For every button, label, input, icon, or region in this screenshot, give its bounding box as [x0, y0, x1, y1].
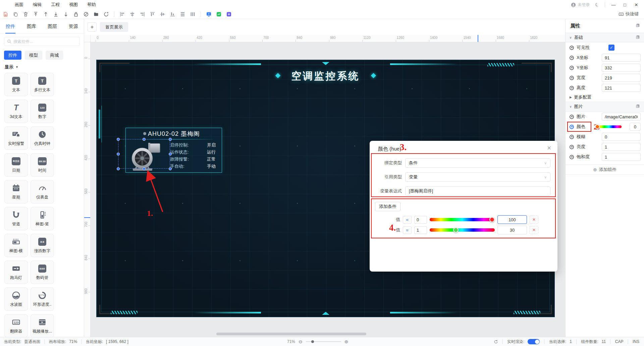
page-tab-home[interactable]: 首页展示	[100, 22, 128, 32]
width-input[interactable]	[602, 74, 641, 82]
selection-handle[interactable]	[169, 153, 172, 156]
align-right-icon[interactable]	[140, 11, 145, 17]
panel-collapse-icon[interactable]	[635, 35, 640, 41]
duplicate-icon[interactable]	[13, 11, 18, 17]
section-basic[interactable]: ∨ 基础	[566, 33, 644, 43]
component-翻牌器[interactable]: 123翻牌器	[4, 314, 28, 337]
component-日期[interactable]: 年月日日期	[4, 153, 28, 177]
reference-type-select[interactable]: 变量 ∨	[405, 172, 550, 182]
x-input[interactable]	[602, 54, 641, 62]
component-视频播放...[interactable]: 视频播放...	[31, 314, 54, 337]
minimize-button[interactable]: —	[610, 2, 616, 7]
add-page-button[interactable]: +	[88, 22, 97, 32]
y-input[interactable]	[602, 64, 641, 72]
bind-target-icon[interactable]	[570, 135, 574, 139]
height-input[interactable]	[602, 84, 641, 92]
zoom-in-icon[interactable]: ⊕	[344, 339, 348, 344]
selection-handle[interactable]	[169, 138, 172, 141]
bind-target-icon[interactable]	[570, 46, 574, 50]
component-星期[interactable]: 星期	[4, 180, 28, 204]
image-path-input[interactable]	[602, 113, 641, 121]
close-button[interactable]: ✕	[633, 2, 639, 7]
section-header-0[interactable]: 显示▼	[5, 64, 79, 70]
tab-widgets[interactable]: 控件	[0, 19, 21, 34]
move-down-icon[interactable]	[63, 11, 69, 17]
align-middle-icon[interactable]	[129, 11, 135, 17]
hue-result-input[interactable]	[497, 226, 527, 234]
dialog-close-icon[interactable]: ✕	[547, 145, 551, 151]
component-实时报警[interactable]: 实时报警	[4, 126, 28, 150]
saturation-input[interactable]	[602, 153, 641, 161]
bind-target-icon[interactable]	[570, 66, 574, 70]
component-时间[interactable]: 09:30时间	[31, 153, 54, 177]
component-涨跌数字[interactable]: 8:8涨跌数字	[31, 234, 54, 257]
align-center-icon[interactable]	[160, 11, 165, 17]
menu-item-0[interactable]: 画面	[10, 2, 28, 8]
filter-market[interactable]: 商城	[46, 51, 63, 60]
delete-condition-button[interactable]: ✕	[530, 216, 538, 224]
menu-item-1[interactable]: 编辑	[28, 2, 46, 8]
user-account[interactable]: 未登录	[571, 2, 590, 8]
save-icon[interactable]	[3, 11, 8, 17]
hue-slider-handle[interactable]	[489, 217, 495, 222]
chart-icon[interactable]	[216, 11, 222, 17]
bind-target-icon[interactable]	[570, 155, 574, 159]
component-棒图-横[interactable]: 棒图-横	[4, 234, 28, 257]
maximize-button[interactable]: □	[622, 2, 628, 7]
align-bottom-icon[interactable]	[170, 11, 175, 17]
section-image[interactable]: ∨ 图片	[566, 102, 644, 112]
canvas-hscrollbar[interactable]	[216, 333, 366, 335]
zoom-slider-knob[interactable]	[311, 340, 314, 343]
align-left-icon[interactable]	[119, 11, 125, 17]
bind-target-icon[interactable]	[570, 145, 574, 149]
widget-add-icon[interactable]	[226, 11, 232, 17]
color-value-input[interactable]	[630, 123, 641, 131]
more-config[interactable]: ▶ 更多配置	[566, 93, 644, 102]
realtime-render-toggle[interactable]	[528, 339, 540, 344]
brightness-input[interactable]	[602, 143, 641, 151]
component-跑马灯[interactable]: 跑马灯	[4, 261, 28, 284]
tab-resources[interactable]: 资源	[63, 19, 84, 34]
bring-front-icon[interactable]	[33, 11, 39, 17]
menu-item-3[interactable]: 视图	[64, 2, 83, 8]
color-hue-handle[interactable]	[595, 124, 600, 129]
component-水波图[interactable]: 水波图	[4, 287, 28, 311]
selection-handle[interactable]	[117, 167, 120, 170]
component-数字[interactable]: 123数字	[31, 100, 54, 123]
condition-value-input[interactable]	[414, 216, 427, 224]
menu-item-2[interactable]: 工程	[46, 2, 64, 8]
operator-button[interactable]: =	[403, 226, 412, 234]
binding-type-select[interactable]: 条件 ∨	[405, 158, 550, 168]
component-3d文本[interactable]: T3d文本	[4, 100, 28, 123]
bind-target-icon[interactable]	[570, 86, 574, 90]
hue-result-input[interactable]	[497, 215, 527, 224]
panel-collapse-icon[interactable]	[635, 23, 640, 29]
hue-slider-handle[interactable]	[453, 227, 459, 233]
selection-handle[interactable]	[117, 138, 120, 141]
add-component-button[interactable]: ⊕ 添加组件	[566, 165, 644, 175]
selection-handle[interactable]	[117, 153, 120, 156]
add-condition-button[interactable]: 添加条件	[375, 202, 400, 211]
panel-collapse-icon[interactable]	[635, 104, 640, 110]
lock-icon[interactable]	[73, 11, 79, 17]
variable-expression-input[interactable]	[405, 186, 550, 196]
delete-condition-button[interactable]: ✕	[530, 226, 538, 234]
hue-slider[interactable]	[430, 218, 495, 221]
filter-widgets[interactable]: 控件	[4, 51, 21, 60]
selection-handle[interactable]	[143, 138, 146, 141]
filter-models[interactable]: 模型	[25, 51, 42, 60]
delete-icon[interactable]	[23, 11, 29, 17]
bind-target-icon[interactable]	[570, 115, 574, 119]
distribute-vertical-icon[interactable]	[180, 11, 185, 17]
component-棒图-竖[interactable]: 棒图-竖	[31, 207, 54, 230]
bind-target-icon[interactable]	[570, 56, 574, 60]
component-环形进度..[interactable]: 27%环形进度..	[31, 287, 54, 311]
zoom-out-icon[interactable]: ⊖	[299, 339, 303, 344]
component-仪表盘[interactable]: 仪表盘	[31, 180, 54, 204]
refresh-icon[interactable]	[494, 340, 498, 344]
search-input[interactable]	[13, 39, 77, 44]
component-多行文本[interactable]: T多行文本	[31, 73, 54, 96]
tab-layers[interactable]: 图层	[42, 19, 63, 34]
device-panel[interactable]: AHU02-02 墨梅阁 启停控制:开启 运作状态:运行 故障	[125, 128, 222, 173]
distribute-horizontal-icon[interactable]	[190, 11, 196, 17]
